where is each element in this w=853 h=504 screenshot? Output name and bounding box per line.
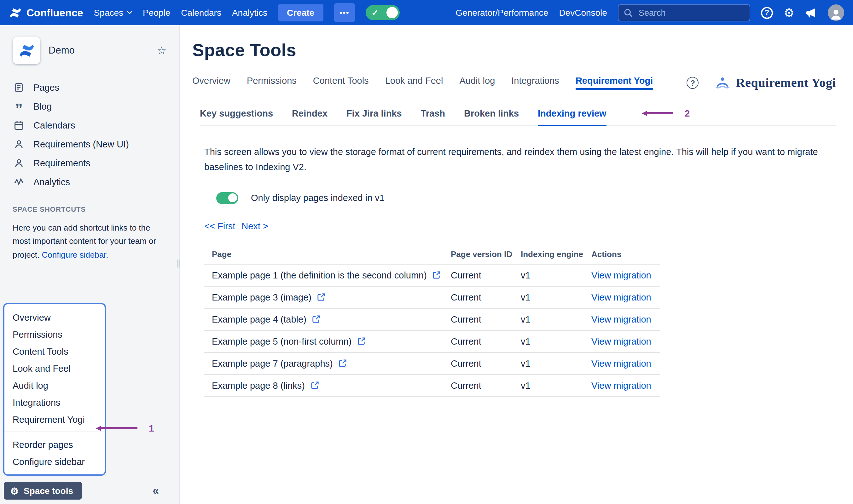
subtab-reindex[interactable]: Reindex xyxy=(292,108,328,125)
tab-permissions[interactable]: Permissions xyxy=(247,76,297,90)
space-shortcuts-heading: SPACE SHORTCUTS xyxy=(13,205,167,213)
popup-item-requirement-yogi[interactable]: Requirement Yogi xyxy=(4,411,105,428)
nav-calendars[interactable]: Calendars xyxy=(181,7,221,18)
v1-filter-toggle[interactable] xyxy=(216,192,238,204)
search-icon xyxy=(624,8,633,17)
page-version: Current xyxy=(451,380,521,391)
page-title: Example page 4 (table) xyxy=(212,314,307,324)
indexing-engine: v1 xyxy=(521,314,591,324)
external-link-icon[interactable] xyxy=(338,359,347,367)
indexing-engine: v1 xyxy=(521,270,591,280)
external-link-icon[interactable] xyxy=(357,337,365,345)
nav-generator-performance[interactable]: Generator/Performance xyxy=(455,7,548,18)
view-migration-link[interactable]: View migration xyxy=(591,337,651,346)
configure-sidebar-link[interactable]: Configure sidebar. xyxy=(42,250,108,259)
pagination-next-link[interactable]: Next > xyxy=(242,221,268,231)
create-button[interactable]: Create xyxy=(278,4,323,21)
gear-icon: ⚙ xyxy=(10,486,19,496)
popup-item-audit-log[interactable]: Audit log xyxy=(4,377,105,394)
popup-item-configure-sidebar[interactable]: Configure sidebar xyxy=(4,453,105,470)
page-title: Example page 7 (paragraphs) xyxy=(212,358,333,368)
top-right-cluster: Generator/Performance DevConsole ? ⚙ xyxy=(455,4,844,21)
sidebar-item-calendars[interactable]: Calendars xyxy=(13,116,167,135)
sidebar-item-pages[interactable]: Pages xyxy=(13,78,167,97)
tab-integrations[interactable]: Integrations xyxy=(511,76,559,90)
subtab-broken-links[interactable]: Broken links xyxy=(464,108,519,125)
subtab-key-suggestions[interactable]: Key suggestions xyxy=(200,108,273,125)
space-tools-tabs: Overview Permissions Content Tools Look … xyxy=(192,76,836,90)
space-name: Demo xyxy=(49,45,149,56)
indexing-review-table: Page Page version ID Indexing engine Act… xyxy=(204,245,660,397)
toggle-knob xyxy=(386,7,398,18)
popup-item-content-tools[interactable]: Content Tools xyxy=(4,343,105,360)
popup-item-permissions[interactable]: Permissions xyxy=(4,326,105,343)
nav-analytics[interactable]: Analytics xyxy=(232,7,267,18)
subtab-fix-jira-links[interactable]: Fix Jira links xyxy=(346,108,402,125)
external-link-icon[interactable] xyxy=(311,381,319,390)
filter-toggle-row: Only display pages indexed in v1 xyxy=(216,192,836,204)
column-header-indexing-engine: Indexing engine xyxy=(521,250,591,259)
page-title: Space Tools xyxy=(192,40,836,60)
indexing-engine: v1 xyxy=(521,358,591,368)
sidebar-item-analytics[interactable]: Analytics xyxy=(13,173,167,192)
table-row: Example page 3 (image) Current v1 View m… xyxy=(204,287,660,309)
page-version: Current xyxy=(451,270,521,280)
tab-requirement-yogi[interactable]: Requirement Yogi xyxy=(576,76,653,90)
table-row: Example page 1 (the definition is the se… xyxy=(204,265,660,287)
collapse-sidebar-icon[interactable]: « xyxy=(153,484,159,498)
pagination: << First Next > xyxy=(204,221,836,231)
view-migration-link[interactable]: View migration xyxy=(591,380,651,391)
space-header: Demo ☆ xyxy=(13,37,167,64)
gear-icon[interactable]: ⚙ xyxy=(784,6,794,19)
favorite-star-icon[interactable]: ☆ xyxy=(157,44,167,57)
status-toggle[interactable]: ✓ xyxy=(366,5,400,20)
tab-audit-log[interactable]: Audit log xyxy=(459,76,495,90)
page-title: Example page 1 (the definition is the se… xyxy=(212,270,427,280)
help-icon[interactable]: ? xyxy=(687,77,699,89)
v1-filter-toggle-label: Only display pages indexed in v1 xyxy=(251,193,385,203)
nav-people[interactable]: People xyxy=(143,7,170,18)
view-migration-link[interactable]: View migration xyxy=(591,314,651,324)
external-link-icon[interactable] xyxy=(433,271,441,280)
space-tools-button[interactable]: ⚙ Space tools xyxy=(4,482,82,500)
view-migration-link[interactable]: View migration xyxy=(591,270,651,280)
pagination-first-link[interactable]: << First xyxy=(204,221,235,231)
megaphone-icon[interactable] xyxy=(805,7,817,18)
subtab-trash[interactable]: Trash xyxy=(421,108,445,125)
column-header-page: Page xyxy=(212,250,451,259)
popup-item-look-and-feel[interactable]: Look and Feel xyxy=(4,360,105,377)
popup-item-overview[interactable]: Overview xyxy=(4,309,105,326)
sidebar-item-requirements-new-ui[interactable]: Requirements (New UI) xyxy=(13,135,167,154)
space-shortcuts-text: Here you can add shortcut links to the m… xyxy=(13,221,167,262)
top-navigation: Confluence Spaces People Calendars Analy… xyxy=(0,0,853,25)
view-migration-link[interactable]: View migration xyxy=(591,292,651,302)
confluence-home-link[interactable]: Confluence xyxy=(9,6,83,19)
tab-look-and-feel[interactable]: Look and Feel xyxy=(385,76,443,90)
annotation-label-1: 1 xyxy=(149,423,154,433)
search-box[interactable] xyxy=(618,4,750,21)
more-button[interactable]: ••• xyxy=(334,3,355,22)
sidebar-item-blog[interactable]: ” Blog xyxy=(13,97,167,116)
view-migration-link[interactable]: View migration xyxy=(591,358,651,368)
popup-item-integrations[interactable]: Integrations xyxy=(4,394,105,411)
sidebar-item-requirements[interactable]: Requirements xyxy=(13,154,167,173)
external-link-icon[interactable] xyxy=(312,315,320,324)
chevron-down-icon xyxy=(126,11,132,15)
sidebar-resize-grip[interactable]: ∥ xyxy=(176,258,180,268)
external-link-icon[interactable] xyxy=(317,293,325,302)
popup-item-reorder-pages[interactable]: Reorder pages xyxy=(4,436,105,453)
avatar[interactable] xyxy=(828,4,844,21)
tab-overview[interactable]: Overview xyxy=(192,76,230,90)
subtab-indexing-review[interactable]: Indexing review xyxy=(538,108,607,126)
page-version: Current xyxy=(451,314,521,324)
nav-devconsole[interactable]: DevConsole xyxy=(559,7,607,18)
tab-content-tools[interactable]: Content Tools xyxy=(313,76,369,90)
nav-spaces[interactable]: Spaces xyxy=(94,7,132,18)
table-row: Example page 8 (links) Current v1 View m… xyxy=(204,375,660,397)
space-logo[interactable] xyxy=(13,37,40,64)
annotation-label-2: 2 xyxy=(685,108,690,119)
help-icon[interactable]: ? xyxy=(761,6,773,19)
indexing-engine: v1 xyxy=(521,337,591,346)
search-input[interactable] xyxy=(638,7,745,18)
table-row: Example page 4 (table) Current v1 View m… xyxy=(204,309,660,331)
